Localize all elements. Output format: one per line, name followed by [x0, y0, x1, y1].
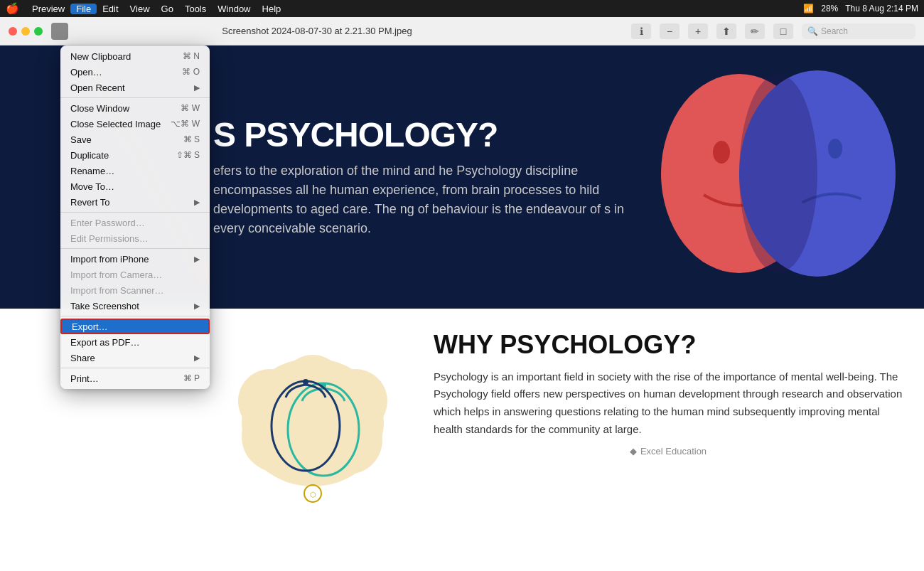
separator-2: [60, 212, 210, 213]
menu-label-take-screenshot: Take Screenshot: [70, 301, 139, 311]
menu-item-save[interactable]: Save ⌘ S: [60, 132, 210, 147]
file-menu-dropdown: New Clipboard ⌘ N Open… ⌘ O Open Recent …: [60, 46, 210, 389]
menu-shortcut-duplicate: ⇧⌘ S: [176, 150, 200, 160]
take-screenshot-arrow: ▶: [194, 301, 200, 311]
battery-indicator: 28%: [821, 4, 838, 14]
titlebar-controls: ℹ − + ⬆ ✏ □ 🔍 Search: [631, 23, 915, 39]
window-title: Screenshot 2024-08-07-30 at 2.21.30 PM.j…: [3, 26, 631, 36]
top-text: S PSYCHOLOGY? efers to the exploration o…: [213, 115, 625, 238]
markup-button[interactable]: ✏: [745, 23, 765, 39]
menu-label-new-clipboard: New Clipboard: [70, 51, 131, 62]
menu-item-import-iphone[interactable]: Import from iPhone ▶: [60, 251, 210, 267]
bottom-text: WHY PSYCHOLOGY? Psychology is an importa…: [434, 330, 903, 457]
menu-label-export-pdf: Export as PDF…: [70, 337, 140, 348]
zoom-out-button[interactable]: −: [660, 23, 679, 39]
sidebar-button[interactable]: □: [773, 23, 793, 39]
menu-shortcut-new-clipboard: ⌘ N: [183, 51, 200, 61]
menu-item-open[interactable]: Open… ⌘ O: [60, 64, 210, 80]
svg-point-15: [303, 379, 308, 385]
menu-item-duplicate[interactable]: Duplicate ⇧⌘ S: [60, 147, 210, 163]
zoom-in-button[interactable]: +: [688, 23, 708, 39]
menu-item-rename[interactable]: Rename…: [60, 163, 210, 178]
menu-item-import-scanner: Import from Scanner…: [60, 282, 210, 298]
brand-icon: ◆: [630, 446, 637, 457]
menu-item-export[interactable]: Export…: [60, 319, 210, 334]
menu-label-import-camera: Import from Camera…: [70, 270, 162, 280]
share-arrow: ▶: [194, 353, 200, 363]
svg-point-11: [281, 422, 345, 486]
brain-illustration: ⬡: [213, 330, 412, 515]
menubar-file[interactable]: File: [70, 4, 97, 14]
menu-shortcut-save: ⌘ S: [183, 134, 200, 144]
revert-to-arrow: ▶: [194, 198, 200, 207]
brand-footer: ◆ Excel Education: [434, 446, 903, 457]
menu-item-close-selected-image[interactable]: Close Selected Image ⌥⌘ W: [60, 116, 210, 132]
menu-label-edit-permissions: Edit Permissions…: [70, 233, 149, 244]
menu-item-print[interactable]: Print… ⌘ P: [60, 370, 210, 386]
separator-5: [60, 368, 210, 368]
menubar-right: 📶 28% Thu 8 Aug 2:14 PM: [803, 4, 918, 14]
wifi-icon: 📶: [803, 4, 814, 14]
import-iphone-arrow: ▶: [194, 255, 200, 264]
search-box[interactable]: 🔍 Search: [802, 23, 915, 39]
menu-item-edit-permissions: Edit Permissions…: [60, 230, 210, 246]
clock: Thu 8 Aug 2:14 PM: [845, 4, 918, 14]
separator-4: [60, 316, 210, 316]
top-body: efers to the exploration of the mind and…: [213, 161, 625, 238]
menu-item-open-recent[interactable]: Open Recent ▶: [60, 80, 210, 95]
separator-3: [60, 248, 210, 249]
bottom-body: Psychology is an important field in soci…: [434, 368, 903, 439]
menu-shortcut-open: ⌘ O: [182, 67, 200, 77]
menu-label-open-recent: Open Recent: [70, 82, 125, 93]
titlebar: Screenshot 2024-08-07-30 at 2.21.30 PM.j…: [0, 17, 924, 46]
search-placeholder: Search: [821, 26, 848, 36]
search-icon: 🔍: [807, 26, 818, 36]
menu-label-enter-password: Enter Password…: [70, 218, 145, 228]
svg-point-4: [739, 74, 817, 273]
menu-item-enter-password: Enter Password…: [60, 215, 210, 230]
brand-name: Excel Education: [640, 446, 707, 457]
menu-label-revert-to: Revert To: [70, 197, 109, 208]
svg-point-1: [713, 141, 730, 164]
menu-label-export: Export…: [72, 321, 108, 332]
menubar: 🍎 Preview File Edit View Go Tools Window…: [0, 0, 924, 17]
menu-label-duplicate: Duplicate: [70, 150, 109, 161]
menu-item-export-pdf[interactable]: Export as PDF…: [60, 334, 210, 350]
menu-label-import-iphone: Import from iPhone: [70, 254, 149, 265]
menu-item-take-screenshot[interactable]: Take Screenshot ▶: [60, 298, 210, 314]
menu-item-close-window[interactable]: Close Window ⌘ W: [60, 100, 210, 116]
menu-item-new-clipboard[interactable]: New Clipboard ⌘ N: [60, 48, 210, 64]
menu-item-import-camera: Import from Camera…: [60, 267, 210, 282]
info-button[interactable]: ℹ: [631, 23, 651, 39]
menu-label-open: Open…: [70, 67, 102, 78]
menu-item-revert-to[interactable]: Revert To ▶: [60, 194, 210, 210]
menu-shortcut-close-selected-image: ⌥⌘ W: [171, 119, 200, 129]
svg-point-3: [828, 139, 842, 159]
apple-menu[interactable]: 🍎: [6, 2, 19, 15]
menubar-help[interactable]: Help: [257, 4, 287, 14]
separator-1: [60, 97, 210, 98]
menubar-go[interactable]: Go: [156, 4, 179, 14]
faces-illustration: [625, 46, 924, 309]
menubar-window[interactable]: Window: [212, 4, 256, 14]
top-title: S PSYCHOLOGY?: [213, 115, 625, 154]
menu-shortcut-print: ⌘ P: [183, 373, 200, 383]
bottom-title: WHY PSYCHOLOGY?: [434, 330, 903, 360]
menu-label-rename: Rename…: [70, 166, 114, 176]
open-recent-arrow: ▶: [194, 83, 200, 92]
app-window: Screenshot 2024-08-07-30 at 2.21.30 PM.j…: [0, 17, 924, 571]
menu-label-import-scanner: Import from Scanner…: [70, 285, 164, 296]
menubar-preview[interactable]: Preview: [26, 4, 70, 14]
menu-label-close-window: Close Window: [70, 103, 129, 114]
menu-shortcut-close-window: ⌘ W: [181, 103, 200, 113]
menu-label-share: Share: [70, 353, 95, 363]
menubar-tools[interactable]: Tools: [179, 4, 212, 14]
menubar-edit[interactable]: Edit: [97, 4, 124, 14]
menu-label-save: Save: [70, 134, 92, 145]
menu-item-move-to[interactable]: Move To…: [60, 178, 210, 194]
menu-item-share[interactable]: Share ▶: [60, 350, 210, 365]
share-button[interactable]: ⬆: [716, 23, 736, 39]
menu-label-move-to: Move To…: [70, 181, 114, 192]
menubar-view[interactable]: View: [124, 4, 156, 14]
svg-text:⬡: ⬡: [310, 491, 316, 498]
